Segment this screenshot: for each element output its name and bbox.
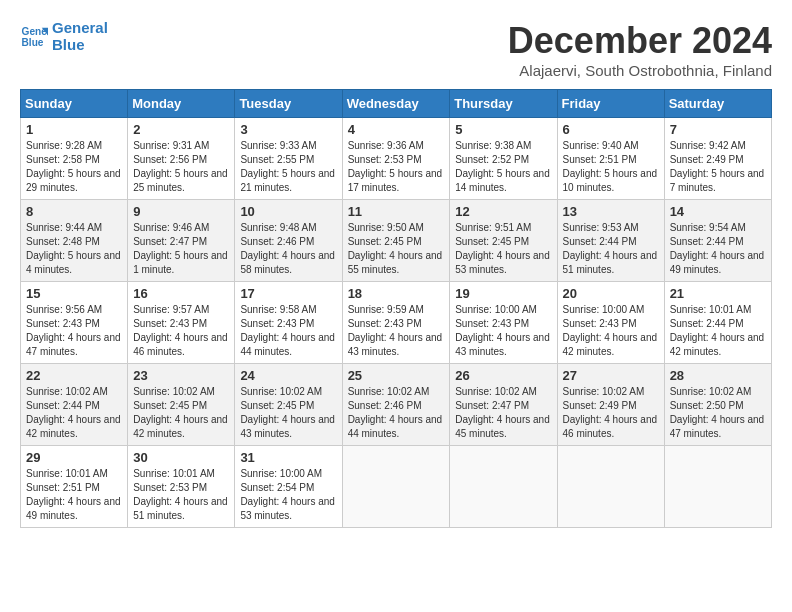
day-info: Sunrise: 9:44 AMSunset: 2:48 PMDaylight:… bbox=[26, 221, 122, 277]
day-number: 21 bbox=[670, 286, 766, 301]
day-number: 31 bbox=[240, 450, 336, 465]
day-number: 4 bbox=[348, 122, 445, 137]
day-number: 28 bbox=[670, 368, 766, 383]
day-info: Sunrise: 9:51 AMSunset: 2:45 PMDaylight:… bbox=[455, 221, 551, 277]
week-row-2: 8Sunrise: 9:44 AMSunset: 2:48 PMDaylight… bbox=[21, 200, 772, 282]
day-info: Sunrise: 10:02 AMSunset: 2:46 PMDaylight… bbox=[348, 385, 445, 441]
day-info: Sunrise: 10:02 AMSunset: 2:47 PMDaylight… bbox=[455, 385, 551, 441]
day-number: 18 bbox=[348, 286, 445, 301]
day-cell: 4Sunrise: 9:36 AMSunset: 2:53 PMDaylight… bbox=[342, 118, 450, 200]
day-number: 24 bbox=[240, 368, 336, 383]
day-cell: 6Sunrise: 9:40 AMSunset: 2:51 PMDaylight… bbox=[557, 118, 664, 200]
day-cell: 17Sunrise: 9:58 AMSunset: 2:43 PMDayligh… bbox=[235, 282, 342, 364]
day-number: 5 bbox=[455, 122, 551, 137]
day-cell: 31Sunrise: 10:00 AMSunset: 2:54 PMDaylig… bbox=[235, 446, 342, 528]
day-cell: 27Sunrise: 10:02 AMSunset: 2:49 PMDaylig… bbox=[557, 364, 664, 446]
day-info: Sunrise: 9:56 AMSunset: 2:43 PMDaylight:… bbox=[26, 303, 122, 359]
day-cell: 25Sunrise: 10:02 AMSunset: 2:46 PMDaylig… bbox=[342, 364, 450, 446]
day-info: Sunrise: 9:48 AMSunset: 2:46 PMDaylight:… bbox=[240, 221, 336, 277]
day-number: 16 bbox=[133, 286, 229, 301]
header-day-sunday: Sunday bbox=[21, 90, 128, 118]
day-cell: 18Sunrise: 9:59 AMSunset: 2:43 PMDayligh… bbox=[342, 282, 450, 364]
day-number: 6 bbox=[563, 122, 659, 137]
day-info: Sunrise: 10:02 AMSunset: 2:44 PMDaylight… bbox=[26, 385, 122, 441]
day-number: 12 bbox=[455, 204, 551, 219]
day-info: Sunrise: 9:33 AMSunset: 2:55 PMDaylight:… bbox=[240, 139, 336, 195]
day-info: Sunrise: 9:38 AMSunset: 2:52 PMDaylight:… bbox=[455, 139, 551, 195]
day-number: 30 bbox=[133, 450, 229, 465]
day-cell: 29Sunrise: 10:01 AMSunset: 2:51 PMDaylig… bbox=[21, 446, 128, 528]
day-number: 19 bbox=[455, 286, 551, 301]
day-cell: 28Sunrise: 10:02 AMSunset: 2:50 PMDaylig… bbox=[664, 364, 771, 446]
day-cell: 12Sunrise: 9:51 AMSunset: 2:45 PMDayligh… bbox=[450, 200, 557, 282]
week-row-3: 15Sunrise: 9:56 AMSunset: 2:43 PMDayligh… bbox=[21, 282, 772, 364]
day-info: Sunrise: 9:28 AMSunset: 2:58 PMDaylight:… bbox=[26, 139, 122, 195]
day-number: 11 bbox=[348, 204, 445, 219]
day-number: 7 bbox=[670, 122, 766, 137]
day-cell: 11Sunrise: 9:50 AMSunset: 2:45 PMDayligh… bbox=[342, 200, 450, 282]
header-day-wednesday: Wednesday bbox=[342, 90, 450, 118]
day-cell: 7Sunrise: 9:42 AMSunset: 2:49 PMDaylight… bbox=[664, 118, 771, 200]
day-info: Sunrise: 9:58 AMSunset: 2:43 PMDaylight:… bbox=[240, 303, 336, 359]
day-number: 9 bbox=[133, 204, 229, 219]
day-cell bbox=[450, 446, 557, 528]
logo-icon: General Blue bbox=[20, 23, 48, 51]
day-info: Sunrise: 9:31 AMSunset: 2:56 PMDaylight:… bbox=[133, 139, 229, 195]
day-cell: 10Sunrise: 9:48 AMSunset: 2:46 PMDayligh… bbox=[235, 200, 342, 282]
day-info: Sunrise: 9:50 AMSunset: 2:45 PMDaylight:… bbox=[348, 221, 445, 277]
day-number: 27 bbox=[563, 368, 659, 383]
day-info: Sunrise: 10:01 AMSunset: 2:53 PMDaylight… bbox=[133, 467, 229, 523]
title-area: December 2024 Alajaervi, South Ostroboth… bbox=[508, 20, 772, 79]
day-cell bbox=[664, 446, 771, 528]
logo-blue: Blue bbox=[52, 37, 108, 54]
day-number: 3 bbox=[240, 122, 336, 137]
day-cell: 1Sunrise: 9:28 AMSunset: 2:58 PMDaylight… bbox=[21, 118, 128, 200]
day-info: Sunrise: 9:57 AMSunset: 2:43 PMDaylight:… bbox=[133, 303, 229, 359]
day-number: 8 bbox=[26, 204, 122, 219]
day-cell: 21Sunrise: 10:01 AMSunset: 2:44 PMDaylig… bbox=[664, 282, 771, 364]
day-cell: 14Sunrise: 9:54 AMSunset: 2:44 PMDayligh… bbox=[664, 200, 771, 282]
day-info: Sunrise: 10:00 AMSunset: 2:43 PMDaylight… bbox=[455, 303, 551, 359]
header-day-monday: Monday bbox=[128, 90, 235, 118]
day-number: 26 bbox=[455, 368, 551, 383]
week-row-5: 29Sunrise: 10:01 AMSunset: 2:51 PMDaylig… bbox=[21, 446, 772, 528]
calendar-table: SundayMondayTuesdayWednesdayThursdayFrid… bbox=[20, 89, 772, 528]
day-number: 23 bbox=[133, 368, 229, 383]
day-info: Sunrise: 10:02 AMSunset: 2:49 PMDaylight… bbox=[563, 385, 659, 441]
header-day-friday: Friday bbox=[557, 90, 664, 118]
day-info: Sunrise: 9:42 AMSunset: 2:49 PMDaylight:… bbox=[670, 139, 766, 195]
day-number: 25 bbox=[348, 368, 445, 383]
day-info: Sunrise: 10:00 AMSunset: 2:43 PMDaylight… bbox=[563, 303, 659, 359]
day-info: Sunrise: 10:01 AMSunset: 2:44 PMDaylight… bbox=[670, 303, 766, 359]
day-cell: 19Sunrise: 10:00 AMSunset: 2:43 PMDaylig… bbox=[450, 282, 557, 364]
day-cell: 22Sunrise: 10:02 AMSunset: 2:44 PMDaylig… bbox=[21, 364, 128, 446]
day-cell: 30Sunrise: 10:01 AMSunset: 2:53 PMDaylig… bbox=[128, 446, 235, 528]
logo-general: General bbox=[52, 20, 108, 37]
day-cell: 15Sunrise: 9:56 AMSunset: 2:43 PMDayligh… bbox=[21, 282, 128, 364]
day-number: 20 bbox=[563, 286, 659, 301]
header-day-thursday: Thursday bbox=[450, 90, 557, 118]
day-number: 14 bbox=[670, 204, 766, 219]
location-subtitle: Alajaervi, South Ostrobothnia, Finland bbox=[508, 62, 772, 79]
day-number: 15 bbox=[26, 286, 122, 301]
day-number: 17 bbox=[240, 286, 336, 301]
day-info: Sunrise: 10:02 AMSunset: 2:45 PMDaylight… bbox=[240, 385, 336, 441]
calendar-body: 1Sunrise: 9:28 AMSunset: 2:58 PMDaylight… bbox=[21, 118, 772, 528]
month-title: December 2024 bbox=[508, 20, 772, 62]
day-number: 22 bbox=[26, 368, 122, 383]
day-cell: 2Sunrise: 9:31 AMSunset: 2:56 PMDaylight… bbox=[128, 118, 235, 200]
day-cell bbox=[342, 446, 450, 528]
day-info: Sunrise: 10:00 AMSunset: 2:54 PMDaylight… bbox=[240, 467, 336, 523]
day-cell: 20Sunrise: 10:00 AMSunset: 2:43 PMDaylig… bbox=[557, 282, 664, 364]
day-cell bbox=[557, 446, 664, 528]
day-cell: 24Sunrise: 10:02 AMSunset: 2:45 PMDaylig… bbox=[235, 364, 342, 446]
day-info: Sunrise: 10:01 AMSunset: 2:51 PMDaylight… bbox=[26, 467, 122, 523]
day-cell: 9Sunrise: 9:46 AMSunset: 2:47 PMDaylight… bbox=[128, 200, 235, 282]
day-info: Sunrise: 9:53 AMSunset: 2:44 PMDaylight:… bbox=[563, 221, 659, 277]
day-number: 10 bbox=[240, 204, 336, 219]
day-info: Sunrise: 9:36 AMSunset: 2:53 PMDaylight:… bbox=[348, 139, 445, 195]
day-cell: 16Sunrise: 9:57 AMSunset: 2:43 PMDayligh… bbox=[128, 282, 235, 364]
day-info: Sunrise: 9:40 AMSunset: 2:51 PMDaylight:… bbox=[563, 139, 659, 195]
day-number: 1 bbox=[26, 122, 122, 137]
week-row-1: 1Sunrise: 9:28 AMSunset: 2:58 PMDaylight… bbox=[21, 118, 772, 200]
